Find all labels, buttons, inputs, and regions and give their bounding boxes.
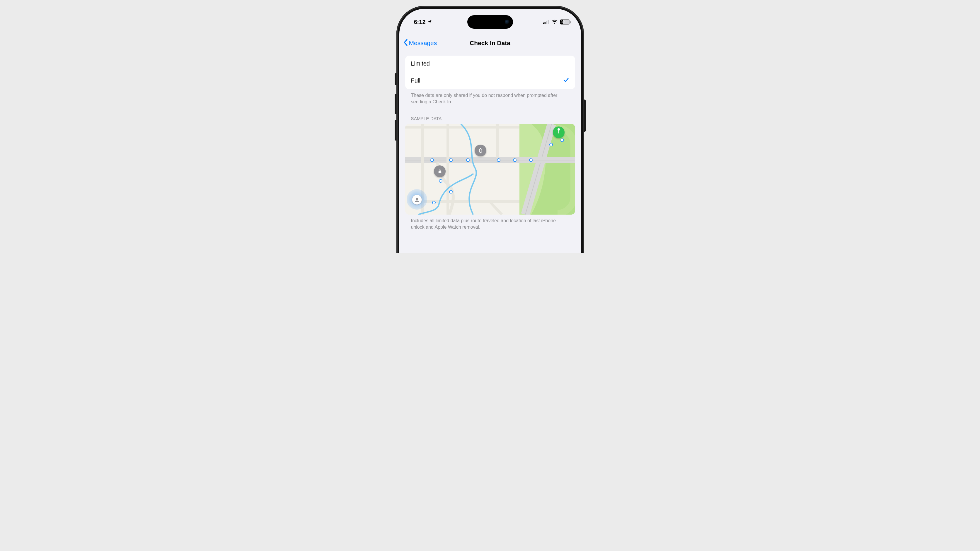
route-dot bbox=[497, 159, 500, 162]
svg-rect-15 bbox=[480, 152, 481, 153]
chevron-left-icon bbox=[403, 39, 408, 47]
option-limited[interactable]: Limited bbox=[405, 56, 575, 72]
image-stage: 6:12 bbox=[265, 0, 715, 253]
phone-frame: 6:12 bbox=[396, 6, 584, 253]
sample-header: SAMPLE DATA bbox=[405, 105, 575, 124]
cellular-icon bbox=[543, 19, 549, 25]
svg-rect-0 bbox=[543, 22, 544, 24]
apple-watch-marker-icon bbox=[475, 144, 486, 156]
content: Limited Full These data are only shared … bbox=[399, 56, 581, 253]
map-illustration bbox=[405, 124, 575, 214]
battery-icon: 30 bbox=[560, 19, 570, 25]
route-dot bbox=[432, 201, 436, 204]
svg-rect-16 bbox=[438, 171, 441, 173]
option-limited-label: Limited bbox=[411, 60, 430, 67]
status-right: 30 bbox=[543, 19, 570, 25]
route-dot bbox=[513, 159, 517, 162]
options-footer: These data are only shared if you do not… bbox=[405, 89, 575, 105]
phone-side-button bbox=[584, 100, 585, 132]
back-button[interactable]: Messages bbox=[403, 39, 437, 47]
option-full-label: Full bbox=[411, 77, 420, 84]
route-dot bbox=[430, 159, 434, 162]
dynamic-island bbox=[467, 15, 513, 29]
front-camera bbox=[505, 20, 509, 24]
unlock-marker-icon bbox=[434, 165, 445, 177]
svg-rect-3 bbox=[547, 20, 549, 24]
battery-level: 30 bbox=[560, 20, 565, 24]
data-level-group: Limited Full bbox=[405, 56, 575, 89]
svg-rect-13 bbox=[479, 149, 482, 152]
page-title: Check In Data bbox=[469, 40, 511, 46]
svg-rect-1 bbox=[544, 22, 546, 24]
destination-pin-icon bbox=[553, 127, 565, 138]
svg-rect-14 bbox=[480, 148, 481, 149]
route-dot bbox=[449, 190, 453, 194]
route-dot bbox=[560, 138, 564, 142]
svg-rect-2 bbox=[546, 21, 547, 24]
route-dot bbox=[549, 143, 553, 146]
user-location-icon bbox=[412, 195, 422, 205]
wifi-icon bbox=[552, 19, 558, 25]
status-left: 6:12 bbox=[414, 19, 432, 25]
sample-footer: Includes all limited data plus route tra… bbox=[405, 214, 575, 231]
option-full[interactable]: Full bbox=[405, 72, 575, 89]
checkmark-icon bbox=[563, 77, 569, 85]
back-label: Messages bbox=[409, 40, 437, 46]
svg-point-17 bbox=[416, 198, 418, 200]
phone-screen: 6:12 bbox=[399, 9, 581, 253]
route-dot bbox=[439, 179, 442, 183]
route-dot bbox=[466, 159, 469, 162]
route-dot bbox=[449, 159, 453, 162]
sample-map bbox=[405, 124, 575, 214]
location-arrow-icon bbox=[428, 19, 432, 25]
navigation-bar: Messages Check In Data bbox=[399, 35, 581, 51]
route-dot bbox=[529, 159, 533, 162]
status-time: 6:12 bbox=[414, 19, 426, 25]
